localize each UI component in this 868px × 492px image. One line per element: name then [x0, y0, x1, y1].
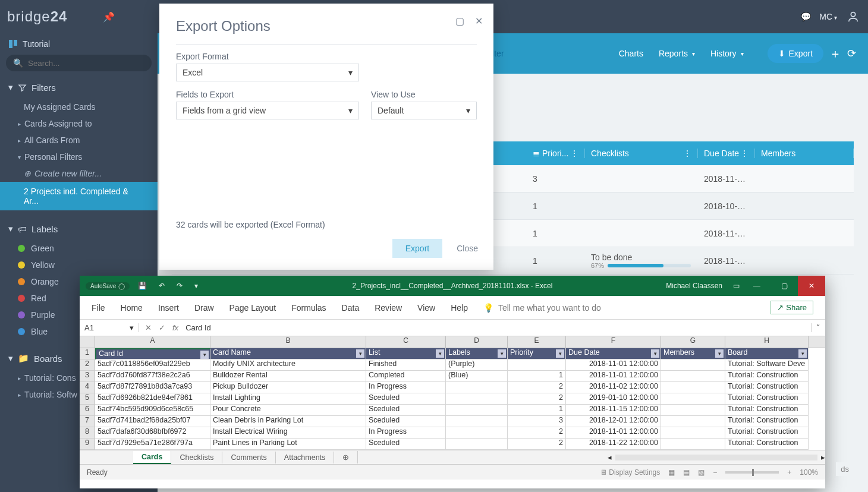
- add-sheet-button[interactable]: ⊕: [334, 451, 358, 463]
- excel-cell[interactable]: Clean Debris in Parking Lot: [210, 416, 366, 427]
- excel-cell[interactable]: Install Electrical Wiring: [210, 427, 366, 439]
- maximize-icon[interactable]: ▢: [455, 15, 464, 27]
- hscroll-left[interactable]: ◂: [608, 453, 612, 462]
- user-menu[interactable]: MC: [819, 12, 837, 21]
- excel-cell[interactable]: Tutorial: Construction: [725, 382, 809, 393]
- maximize-icon[interactable]: ▢: [770, 276, 798, 296]
- horizontal-scrollbar[interactable]: [615, 455, 817, 461]
- format-select[interactable]: Excel▾: [176, 64, 359, 81]
- excel-cell[interactable]: Sceduled: [366, 439, 446, 450]
- excel-cell[interactable]: [661, 393, 725, 405]
- ribbon-review[interactable]: Review: [375, 303, 402, 313]
- excel-cell[interactable]: Tutorial: Construction: [725, 416, 809, 427]
- zoom-out-icon[interactable]: −: [713, 468, 717, 477]
- filter-dropdown-icon[interactable]: ▾: [498, 349, 506, 358]
- grid-col-checklists[interactable]: Checklists⋮: [585, 149, 698, 158]
- excel-cell[interactable]: [446, 439, 508, 450]
- share-button[interactable]: ↗Share: [770, 301, 813, 314]
- excel-cell[interactable]: [446, 382, 508, 393]
- tab-charts[interactable]: Charts: [619, 49, 643, 58]
- excel-cell[interactable]: [661, 382, 725, 393]
- fields-select[interactable]: Fields from a grid view▾: [176, 102, 359, 119]
- col-header[interactable]: F: [566, 336, 661, 348]
- excel-cell[interactable]: (Blue): [446, 371, 508, 382]
- filter-dropdown-icon[interactable]: ▾: [651, 349, 659, 358]
- cancel-icon[interactable]: ✕: [145, 323, 152, 332]
- sidebar-filter-item[interactable]: Cards Assigned to: [0, 115, 158, 132]
- excel-cell[interactable]: In Progress: [366, 382, 446, 393]
- save-icon[interactable]: 💾: [138, 282, 147, 290]
- excel-cell[interactable]: 5adf7d741bad2f68da25bf07: [95, 416, 210, 427]
- ribbon-help[interactable]: Help: [451, 303, 468, 313]
- excel-cell[interactable]: 3: [508, 416, 566, 427]
- excel-cell[interactable]: Tutorial: Software Deve: [725, 359, 809, 371]
- view-page-layout-icon[interactable]: ▤: [683, 468, 690, 477]
- excel-cell[interactable]: [661, 416, 725, 427]
- display-settings[interactable]: 🖥 Display Settings: [600, 468, 660, 477]
- col-header[interactable]: C: [366, 336, 446, 348]
- filter-dropdown-icon[interactable]: ▾: [556, 349, 564, 358]
- excel-cell[interactable]: Sceduled: [366, 405, 446, 416]
- col-header[interactable]: G: [661, 336, 725, 348]
- sidebar-filter-item[interactable]: Personal Filters: [0, 149, 158, 165]
- filter-dropdown-icon[interactable]: ▾: [715, 349, 724, 358]
- excel-cell[interactable]: Finished: [366, 359, 446, 371]
- col-header[interactable]: A: [95, 336, 210, 348]
- excel-header-cell[interactable]: List▾: [366, 348, 446, 359]
- excel-cell[interactable]: Install Lighting: [210, 393, 366, 405]
- excel-cell[interactable]: 2: [508, 382, 566, 393]
- excel-header-cell[interactable]: Card Name▾: [210, 348, 366, 359]
- ribbon-view[interactable]: View: [417, 303, 435, 313]
- view-pagebreak-icon[interactable]: ▧: [698, 468, 705, 477]
- pin-icon[interactable]: 📌: [103, 11, 115, 23]
- sidebar-project[interactable]: Tutorial: [0, 33, 158, 55]
- excel-cell[interactable]: Modify UNIX architecture: [210, 359, 366, 371]
- excel-cell[interactable]: 2019-01-10 12:00:00: [566, 393, 661, 405]
- excel-data-row[interactable]: 35adf7dd760fd877f38e2c2a6Bulldozer Renta…: [80, 371, 825, 382]
- active-filter[interactable]: 2 Projects incl. Completed & Ar...: [0, 182, 158, 210]
- excel-cell[interactable]: [446, 427, 508, 439]
- excel-cell[interactable]: Completed: [366, 371, 446, 382]
- excel-cell[interactable]: Paint Lines in Parking Lot: [210, 439, 366, 450]
- excel-header-cell[interactable]: Members▾: [661, 348, 725, 359]
- excel-cell[interactable]: 5adf7d87f27891b8d3a7ca93: [95, 382, 210, 393]
- excel-data-row[interactable]: 85adf7dafa6f30d68bfbf6972Install Electri…: [80, 427, 825, 439]
- close-icon[interactable]: ✕: [798, 276, 825, 296]
- sidebar-label-item[interactable]: Yellow: [0, 257, 158, 273]
- minimize-icon[interactable]: ―: [743, 276, 770, 296]
- grid-col-duedate[interactable]: Due Date⋮: [698, 149, 755, 158]
- excel-cell[interactable]: 2: [508, 439, 566, 450]
- excel-cell[interactable]: Tutorial: Construction: [725, 393, 809, 405]
- close-icon[interactable]: ✕: [475, 15, 483, 27]
- view-normal-icon[interactable]: ▦: [668, 468, 675, 477]
- col-menu-icon[interactable]: ⋮: [570, 149, 578, 158]
- excel-header-cell[interactable]: Board▾: [725, 348, 809, 359]
- excel-cell[interactable]: In Progress: [366, 427, 446, 439]
- ribbon-draw[interactable]: Draw: [194, 303, 214, 313]
- excel-cell[interactable]: Tutorial: Construction: [725, 427, 809, 439]
- excel-data-row[interactable]: 95adf7d7929e5a71e286f797aPaint Lines in …: [80, 439, 825, 450]
- excel-cell[interactable]: Tutorial: Construction: [725, 371, 809, 382]
- excel-data-row[interactable]: 75adf7d741bad2f68da25bf07Clean Debris in…: [80, 416, 825, 427]
- undo-icon[interactable]: ↶: [159, 282, 165, 290]
- excel-cell[interactable]: 2: [508, 427, 566, 439]
- search-input[interactable]: [28, 59, 144, 68]
- excel-cell[interactable]: 2: [508, 393, 566, 405]
- sidebar-filter-item[interactable]: My Assigned Cards: [0, 99, 158, 115]
- excel-cell[interactable]: 2018-11-02 12:00:00: [566, 382, 661, 393]
- excel-cell[interactable]: 5adf7d7929e5a71e286f797a: [95, 439, 210, 450]
- excel-cell[interactable]: Pickup Bulldozer: [210, 382, 366, 393]
- select-all-corner[interactable]: [80, 336, 95, 348]
- excel-cell[interactable]: 2018-11-01 12:00:00: [566, 427, 661, 439]
- bridge-tab-peek[interactable]: ds: [836, 462, 854, 476]
- fx-icon[interactable]: fx: [172, 323, 178, 332]
- excel-data-row[interactable]: 25adf7c0118856ef09af229ebModify UNIX arc…: [80, 359, 825, 371]
- excel-cell[interactable]: 1: [508, 405, 566, 416]
- excel-cell[interactable]: Pour Concrete: [210, 405, 366, 416]
- col-header[interactable]: B: [210, 336, 366, 348]
- excel-cell[interactable]: [661, 405, 725, 416]
- excel-cell[interactable]: 2018-11-15 12:00:00: [566, 405, 661, 416]
- redo-icon[interactable]: ↷: [177, 282, 183, 290]
- ribbon-data[interactable]: Data: [342, 303, 360, 313]
- excel-data-row[interactable]: 45adf7d87f27891b8d3a7ca93Pickup Bulldoze…: [80, 382, 825, 393]
